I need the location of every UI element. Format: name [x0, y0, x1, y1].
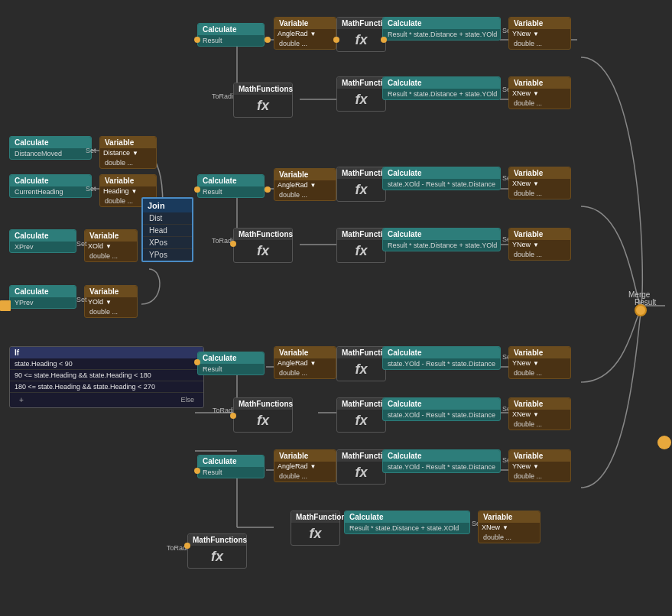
join-item-xpos[interactable]: XPos [143, 237, 192, 249]
chevron-anglerad-r2[interactable]: ▼ [310, 182, 317, 189]
chevron-xnew-r4[interactable]: ▼ [502, 524, 508, 531]
join-item-head[interactable]: Head [143, 225, 192, 237]
calc-distancemoved: Calculate DistanceMoved [9, 136, 92, 160]
join-item-dist[interactable]: Dist [143, 212, 192, 225]
math-header-cos2-r1: MathFunctions [337, 77, 385, 89]
math-sine-r2: MathFunctions fx [336, 167, 386, 202]
chevron-xnew-r2[interactable]: ▼ [533, 180, 539, 187]
conn-dot-2 [265, 37, 271, 43]
ynew-label-r2: YNew [512, 241, 531, 248]
set-label-head: Set [86, 185, 96, 193]
fx-cos-r2: fx [234, 240, 292, 262]
calc-body-r3: Result [198, 364, 264, 374]
join-dropdown: Join Dist Head XPos YPos [141, 197, 193, 262]
var-ynew-type-r4: double ... [509, 471, 570, 481]
var-type-r1: double ... [274, 38, 336, 49]
math-header-sine-r1: MathFunctions [337, 18, 385, 29]
calc-r2b: Calculate state.XOld - Result * state.Di… [382, 167, 501, 190]
fx-sine-r1: fx [337, 29, 385, 51]
calc-r2cos: Calculate Result * state.Distance + stat… [382, 228, 501, 251]
fx-cos2-r1: fx [337, 89, 385, 111]
chevron-ynew-r3[interactable]: ▼ [533, 360, 539, 367]
merge-dot [635, 304, 647, 316]
join-item-ypos[interactable]: YPos [143, 249, 192, 261]
calc-body-r4cos: Result * state.Distance + state.XOld [345, 523, 469, 533]
chevron-icon-r1[interactable]: ▼ [310, 31, 317, 37]
chevron-head[interactable]: ▼ [131, 188, 138, 195]
var-yold: Variable YOld ▼ double ... [84, 285, 138, 318]
var-anglerad-header-r2: Variable [274, 169, 336, 180]
calc-header-xprev: Calculate [10, 230, 76, 242]
ynew-label-r4: YNew [512, 462, 531, 470]
fx-cos2-r2: fx [337, 240, 385, 262]
fx-cos-r3: fx [234, 410, 292, 432]
chevron-xold[interactable]: ▼ [106, 243, 112, 250]
math-header-cos-r2: MathFunctions [234, 229, 292, 240]
xold-label: XOld [88, 242, 103, 250]
var-xnew-header-r1b: Variable [509, 77, 570, 89]
var-distance: Variable Distance ▼ double ... [99, 136, 157, 169]
math-header-sine-r2: MathFunctions [337, 167, 385, 179]
var-xnew-type-r4: double ... [479, 532, 540, 543]
var-yold-type: double ... [85, 306, 137, 317]
fx-cos-r4: fx [188, 546, 246, 568]
chevron-anglerad-r3[interactable]: ▼ [310, 360, 317, 367]
if-else-label: Else [176, 394, 199, 406]
chevron-ynew-r2[interactable]: ▼ [533, 242, 539, 248]
var-ynew-header-r1: Variable [509, 18, 570, 29]
canvas: Calculate Result Variable AngleRad ▼ dou… [0, 0, 672, 616]
chevron-dist[interactable]: ▼ [132, 150, 138, 157]
anglerad-label-r2: AngleRad [278, 181, 308, 189]
var-anglerad-type-r4: double ... [274, 471, 336, 481]
var-anglerad-header-r1: Variable [274, 18, 336, 29]
chevron-anglerad-r4[interactable]: ▼ [310, 463, 317, 470]
conn-dot-7 [194, 359, 200, 365]
math-cos2-r3: MathFunctions fx [336, 397, 386, 433]
math-cos-r1: MathFunctions fx [233, 83, 293, 118]
calc-body-yprev: YPrev [10, 297, 76, 308]
if-cond-3: 180 <= state.Heading && state.Heading < … [10, 381, 203, 393]
chevron-ynew-r1[interactable]: ▼ [533, 31, 539, 37]
conn-dot-1 [194, 37, 200, 43]
var-dist-type: double ... [100, 157, 156, 168]
calc-r3: Calculate Result [197, 352, 265, 375]
var-ynew-r2: Variable YNew ▼ double ... [508, 228, 571, 261]
calc-header-r3b: Calculate [383, 347, 500, 358]
orange-indicator-left [0, 300, 11, 311]
var-xnew-type-r3: double ... [509, 419, 570, 430]
chevron-yold[interactable]: ▼ [106, 299, 112, 306]
set-label-dist: Set [86, 147, 96, 154]
anglerad-label-r4: AngleRad [278, 462, 308, 470]
chevron-ynew-r4[interactable]: ▼ [533, 463, 539, 470]
calc-r4: Calculate Result [197, 455, 265, 478]
math-sine-r1: MathFunctions fx [336, 17, 386, 52]
calc-body-r1: Result [198, 35, 264, 46]
math-sine-r4: MathFunctions fx [336, 449, 386, 485]
math-header-cos-r3: MathFunctions [234, 398, 292, 410]
ynew-label-r3: YNew [512, 359, 531, 367]
if-header: If [10, 347, 203, 358]
conn-dot-4 [381, 37, 387, 43]
var-xnew-header-r3: Variable [509, 398, 570, 410]
var-xold-header: Variable [85, 230, 137, 242]
orange-dot-right [657, 436, 671, 449]
conn-dot-5 [194, 186, 200, 193]
if-add-button[interactable]: + [15, 394, 28, 406]
chevron-xnew-r3[interactable]: ▼ [533, 411, 539, 418]
calc-r1b: Calculate Result * state.Distance + stat… [382, 76, 501, 100]
head-label: Heading [103, 187, 129, 195]
conn-dot-torad2 [230, 241, 236, 247]
var-ynew-type-r2: double ... [509, 249, 570, 260]
calc-body-r2: Result [198, 186, 264, 197]
chevron-xnew-r1b[interactable]: ▼ [533, 90, 539, 97]
var-dist-header: Variable [100, 137, 156, 148]
var-xnew-header-r2: Variable [509, 167, 570, 179]
calc-r4b: Calculate state.YOld - Result * state.Di… [382, 449, 501, 473]
var-xnew-r4: Variable XNew ▼ double ... [478, 511, 541, 543]
var-ynew-r3: Variable YNew ▼ double ... [508, 346, 571, 379]
calc-body-r3b: state.YOld - Result * state.Distance [383, 358, 500, 369]
fx-sine-r3: fx [337, 358, 385, 381]
xnew-label-r1b: XNew [512, 89, 531, 97]
fx-cos2-r4: fx [291, 523, 339, 545]
calc-r3cos: Calculate state.XOld - Result * state.Di… [382, 397, 501, 421]
